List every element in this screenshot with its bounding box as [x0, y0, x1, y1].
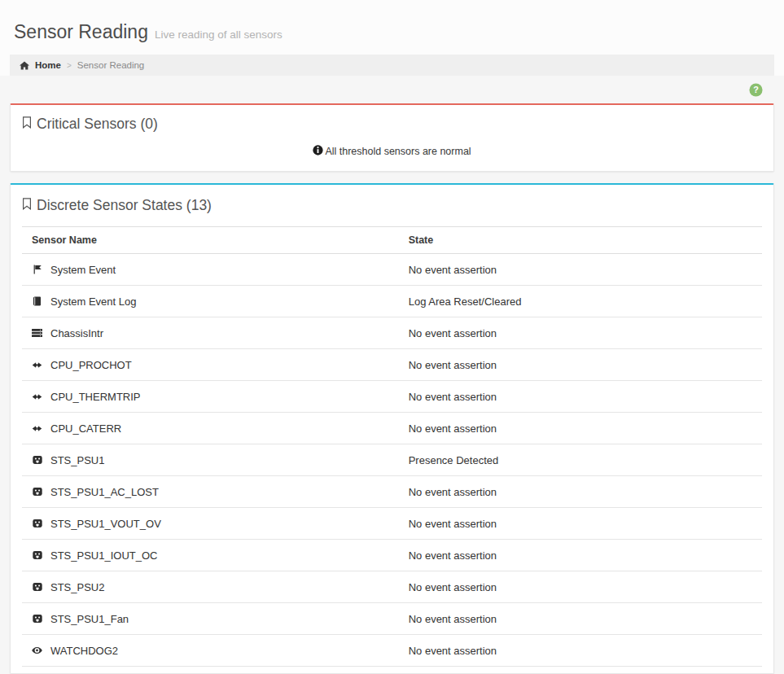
sensor-name: STS_PSU1_IOUT_OC — [50, 549, 158, 562]
server-icon — [32, 328, 42, 338]
column-header-sensor-name: Sensor Name — [22, 227, 399, 254]
table-row: STS_PSU1_IOUT_OCNo event assertion — [22, 540, 762, 571]
page-header: Sensor Reading Live reading of all senso… — [0, 21, 784, 55]
home-icon[interactable] — [20, 61, 29, 70]
sensor-state: No event assertion — [399, 413, 762, 444]
table-row: STS_PSU1_AC_LOSTNo event assertion — [22, 476, 762, 508]
critical-sensors-panel: Critical Sensors (0) All threshold senso… — [10, 103, 774, 172]
bookmark-icon — [22, 116, 32, 132]
table-row: System Event LogLog Area Reset/Cleared — [22, 286, 762, 317]
question-circle-icon[interactable]: ? — [749, 83, 763, 97]
discrete-sensor-states-panel: Discrete Sensor States (13) Sensor Name … — [10, 183, 774, 674]
sensor-name: System Event — [50, 264, 116, 276]
table-row: System EventNo event assertion — [22, 254, 762, 286]
page-title: Sensor Reading — [14, 21, 148, 43]
sensor-state: No event assertion — [399, 349, 762, 381]
outlet-icon — [32, 582, 42, 592]
critical-panel-title-row: Critical Sensors (0) — [22, 116, 762, 133]
bookmark-icon — [22, 198, 32, 213]
book-icon — [32, 296, 42, 306]
exchange-icon — [32, 424, 42, 433]
table-row: ChassisIntrNo event assertion — [22, 317, 762, 349]
sensor-name: STS_PSU1 — [50, 454, 104, 466]
outlet-icon — [32, 487, 42, 497]
sensor-name: System Event Log — [50, 295, 137, 308]
page-top-area: Sensor Reading Live reading of all senso… — [0, 0, 784, 76]
sensor-state: No event assertion — [399, 317, 762, 349]
sensor-state: No event assertion — [399, 508, 762, 540]
svg-text:?: ? — [753, 85, 759, 94]
sensor-state: No event assertion — [399, 571, 762, 603]
help-row: ? — [10, 76, 774, 103]
discrete-panel-title-row: Discrete Sensor States (13) — [22, 197, 762, 214]
outlet-icon — [32, 519, 42, 528]
critical-panel-title: Critical Sensors (0) — [37, 116, 158, 133]
table-row: CPU_PROCHOTNo event assertion — [22, 349, 762, 381]
sensor-name: CPU_PROCHOT — [50, 359, 132, 371]
breadcrumb-home-link[interactable]: Home — [35, 60, 61, 70]
table-row: WATCHDOG2No event assertion — [22, 635, 762, 667]
sensor-name: CPU_CATERR — [50, 422, 121, 435]
sensor-name: ChassisIntr — [50, 327, 103, 339]
table-header-row: Sensor Name State — [22, 227, 762, 254]
sensor-state: Log Area Reset/Cleared — [399, 286, 762, 317]
sensor-name: STS_PSU2 — [50, 581, 104, 593]
sensor-state: No event assertion — [399, 635, 762, 667]
info-circle-icon — [313, 145, 323, 158]
sensor-state: No event assertion — [399, 476, 762, 508]
sensor-name: STS_PSU1_AC_LOST — [50, 486, 159, 498]
critical-panel-message: All threshold sensors are normal — [22, 145, 762, 158]
page-subtitle: Live reading of all sensors — [155, 28, 283, 41]
sensor-table-body: System EventNo event assertionSystem Eve… — [22, 254, 762, 667]
exchange-icon — [32, 361, 42, 370]
exchange-icon — [32, 392, 42, 401]
table-row: STS_PSU1_FanNo event assertion — [22, 603, 762, 635]
table-row: STS_PSU2No event assertion — [22, 571, 762, 603]
table-row: CPU_CATERRNo event assertion — [22, 413, 762, 444]
table-row: CPU_THERMTRIPNo event assertion — [22, 381, 762, 413]
outlet-icon — [32, 550, 42, 560]
discrete-panel-title: Discrete Sensor States (13) — [37, 197, 212, 214]
breadcrumb-separator: > — [67, 61, 72, 70]
critical-panel-message-text: All threshold sensors are normal — [325, 146, 471, 157]
flag-icon — [32, 265, 42, 274]
breadcrumb-current: Sensor Reading — [77, 60, 144, 70]
breadcrumb: Home > Sensor Reading — [10, 55, 774, 76]
sensor-name: STS_PSU1_Fan — [50, 613, 129, 625]
page-content: ? Critical Sensors (0) All threshold sen… — [0, 76, 784, 674]
table-row: STS_PSU1Presence Detected — [22, 444, 762, 476]
sensor-state: No event assertion — [399, 381, 762, 413]
eye-icon — [32, 646, 42, 654]
sensor-table: Sensor Name State System EventNo event a… — [22, 226, 762, 667]
sensor-name: CPU_THERMTRIP — [50, 391, 141, 403]
sensor-state: No event assertion — [399, 540, 762, 571]
outlet-icon — [32, 455, 42, 465]
sensor-state: No event assertion — [399, 603, 762, 635]
sensor-state: Presence Detected — [399, 444, 762, 476]
column-header-state: State — [399, 227, 762, 254]
sensor-state: No event assertion — [399, 254, 762, 286]
sensor-name: WATCHDOG2 — [50, 645, 118, 657]
sensor-name: STS_PSU1_VOUT_OV — [50, 518, 161, 530]
outlet-icon — [32, 614, 42, 624]
table-row: STS_PSU1_VOUT_OVNo event assertion — [22, 508, 762, 540]
